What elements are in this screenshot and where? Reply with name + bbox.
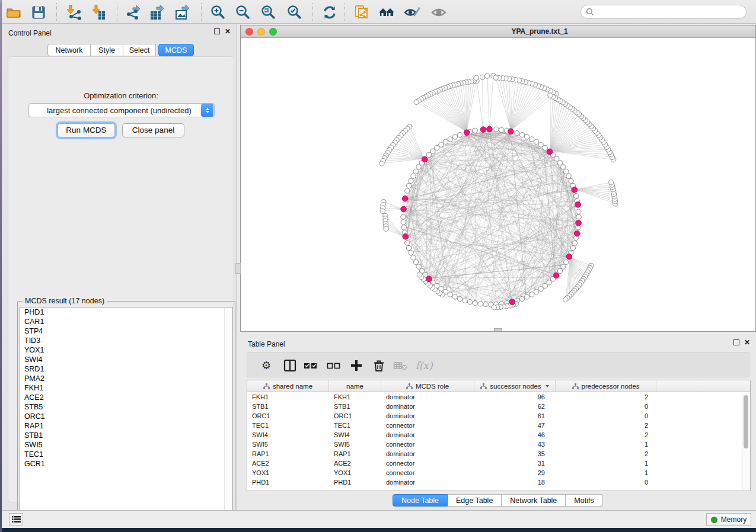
mcds-result-item[interactable]: SWI5	[20, 440, 232, 450]
table-row[interactable]: SWI4SWI4dominator462	[247, 430, 750, 440]
export-table-icon[interactable]	[149, 4, 165, 21]
mcds-result-item[interactable]: SWI4	[20, 355, 232, 364]
tab-network[interactable]: Network	[47, 44, 91, 56]
mcds-result-item[interactable]: TID3	[20, 336, 232, 345]
network-graph[interactable]	[241, 38, 755, 331]
hide-graphics-details-icon[interactable]	[404, 4, 420, 21]
open-folder-icon[interactable]	[5, 4, 22, 21]
column-header-successor-nodes[interactable]: successor nodes	[474, 380, 556, 392]
tab-edge-table[interactable]: Edge Table	[448, 494, 502, 507]
table-cell: YOX1	[247, 468, 329, 477]
deselect-all-icon[interactable]	[326, 357, 342, 374]
show-graphics-details-icon[interactable]	[430, 4, 447, 21]
add-column-icon[interactable]	[348, 357, 365, 374]
tab-mcds[interactable]: MCDS	[158, 44, 194, 56]
table-cell: PHD1	[247, 477, 329, 487]
task-history-button[interactable]	[9, 513, 23, 525]
close-panel-icon[interactable]: ✕	[744, 339, 750, 345]
delete-column-icon[interactable]	[371, 357, 387, 374]
mcds-result-item[interactable]: STP4	[20, 326, 232, 336]
zoom-fit-icon[interactable]	[260, 4, 277, 21]
mcds-result-item[interactable]: SRD1	[20, 364, 232, 374]
run-mcds-button[interactable]: Run MCDS	[58, 123, 115, 137]
table-row[interactable]: RAP1RAP1dominator352	[247, 449, 750, 459]
network-canvas[interactable]	[241, 38, 755, 331]
mcds-result-item[interactable]: STB1	[20, 431, 232, 440]
mcds-result-list[interactable]: PHD1CAR1STP4TID3YOX1SWI4SRD1PMA2FKH1ACE2…	[20, 307, 233, 519]
home-icon[interactable]	[378, 4, 395, 21]
table-row[interactable]: YOX1YOX1connector291	[247, 468, 750, 477]
network-window-title: YPA_prune.txt_1	[241, 25, 755, 38]
table-settings-gear-icon[interactable]: ⚙	[258, 357, 275, 374]
mcds-result-item[interactable]: GCR1	[20, 459, 232, 469]
refresh-icon[interactable]	[321, 4, 338, 21]
mcds-result-item[interactable]: YOX1	[20, 345, 232, 355]
table-cell: connector	[381, 440, 474, 449]
table-cell: STB1	[329, 402, 381, 411]
import-table-icon[interactable]	[92, 4, 109, 21]
mcds-result-item[interactable]: PHD1	[20, 307, 232, 317]
mcds-result-item[interactable]: FKH1	[20, 383, 232, 393]
desktop: Control Panel ✕ Network Style Select MCD…	[0, 0, 756, 532]
table-cell: 1	[556, 468, 656, 477]
column-header-predecessor-nodes[interactable]: predecessor nodes	[556, 380, 656, 392]
column-header-name[interactable]: name	[329, 380, 381, 392]
close-panel-button[interactable]: Close panel	[122, 123, 184, 137]
canvas-resize-handle[interactable]	[494, 328, 502, 331]
table-row[interactable]: FKH1FKH1dominator962	[247, 392, 750, 402]
network-window-titlebar[interactable]: YPA_prune.txt_1	[241, 25, 755, 38]
export-image-icon[interactable]	[174, 4, 191, 21]
table-row[interactable]: STB1STB1dominator620	[247, 402, 750, 411]
table-row[interactable]: TEC1TEC1connector472	[247, 421, 750, 430]
minimize-window-icon[interactable]	[257, 28, 265, 36]
table-cell: dominator	[381, 411, 474, 421]
criterion-dropdown[interactable]: largest connected component (undirected)	[28, 103, 215, 117]
tab-style[interactable]: Style	[91, 44, 123, 56]
tab-node-table[interactable]: Node Table	[393, 494, 448, 507]
search-box[interactable]	[580, 5, 747, 19]
tab-network-table[interactable]: Network Table	[502, 494, 566, 507]
mcds-result-item[interactable]: PMA2	[20, 374, 232, 383]
mcds-result-item[interactable]: RAP1	[20, 421, 232, 431]
table-cell: 62	[474, 402, 556, 411]
memory-button[interactable]: Memory	[706, 513, 751, 526]
table-scrollbar[interactable]	[742, 393, 749, 490]
save-icon[interactable]	[30, 4, 47, 21]
search-input[interactable]	[597, 8, 741, 16]
table-scrollbar-thumb[interactable]	[744, 395, 748, 448]
show-columns-icon[interactable]	[282, 357, 298, 374]
mcds-list-scrollbar[interactable]	[224, 308, 232, 518]
table-row[interactable]: SWI5SWI5connector431	[247, 440, 750, 449]
toolbar-separator	[117, 3, 117, 21]
mcds-result-item[interactable]: STB5	[20, 402, 232, 412]
mcds-result-item[interactable]: CAR1	[20, 317, 232, 326]
mcds-result-item[interactable]: ACE2	[20, 393, 232, 402]
select-all-icon[interactable]	[302, 357, 319, 374]
node-table: shared namenameMCDS rolesuccessor nodesp…	[247, 380, 751, 491]
table-cell: 1	[556, 440, 656, 449]
maximize-window-icon[interactable]	[269, 28, 277, 36]
float-window-icon[interactable]	[214, 28, 220, 34]
float-window-icon[interactable]	[733, 339, 739, 345]
import-network-icon[interactable]	[66, 4, 83, 21]
table-cell: SWI5	[247, 440, 329, 449]
table-row[interactable]: ACE2ACE2connector311	[247, 459, 750, 468]
zoom-out-icon[interactable]	[235, 4, 251, 21]
table-row[interactable]: PHD1PHD1dominator180	[247, 477, 750, 487]
table-cell: dominator	[381, 477, 474, 487]
column-header-shared-name[interactable]: shared name	[247, 380, 329, 392]
mcds-result-item[interactable]: TEC1	[20, 450, 232, 459]
panel-splitter-handle[interactable]	[235, 263, 241, 274]
close-window-icon[interactable]	[245, 28, 253, 36]
share-document-icon[interactable]	[353, 4, 370, 21]
close-panel-icon[interactable]: ✕	[225, 28, 231, 34]
tab-select[interactable]: Select	[123, 44, 156, 56]
table-panel: Table Panel ✕ ⚙	[240, 335, 756, 510]
tab-motifs[interactable]: Motifs	[566, 494, 602, 507]
column-header-MCDS-role[interactable]: MCDS role	[381, 380, 474, 392]
mcds-result-item[interactable]: ORC1	[20, 412, 232, 421]
zoom-in-icon[interactable]	[210, 4, 227, 21]
zoom-selected-icon[interactable]	[286, 4, 303, 21]
table-row[interactable]: ORC1ORC1dominator610	[247, 411, 750, 421]
export-network-icon[interactable]	[125, 4, 142, 21]
